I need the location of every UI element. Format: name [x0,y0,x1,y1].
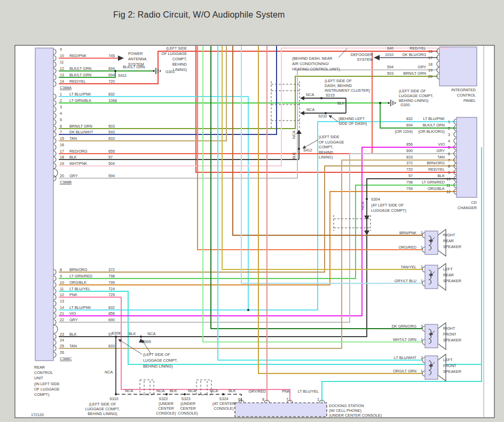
diagram-label: 694 [108,73,115,77]
diagram-label: INTEGRATED [451,87,476,92]
ground-g301-dot [153,70,155,72]
diagram-label: 20 [60,173,64,178]
diagram-label: BLK [337,101,345,106]
diagram-label: ORG/LT GRN [393,369,416,373]
diagram-label: 18 [60,155,64,160]
diagram-label: BEHIND LINING) [88,411,117,416]
diagram-label: 832 [108,305,115,310]
diagram-label: LT GRN/BLK [69,98,91,103]
diagram-label: OF LUGGAGE [161,51,187,56]
integrated-control-panel-box [439,47,477,86]
junction-832 [247,309,249,311]
diagram-label: PANEL [463,98,476,103]
diagram-label: 23 [60,332,64,337]
diagram-label: 8 [60,267,62,272]
diagram-label: BEHIND [319,150,333,155]
diagram-label: (LEFT SIDE OF [89,402,116,407]
diagram-label: 8 [448,164,450,169]
diagram-label: 6 [60,124,62,129]
diagram-label: 11 [60,286,64,291]
diagram-label: BLK/LT GRN [69,66,91,71]
diagram-label: 16 [428,49,432,54]
diagram-label: C388C [60,356,72,361]
diagram-label: 2 [60,98,62,103]
diagram-label: BRN/PNK [399,230,416,235]
diagram-label: GRY [418,65,427,69]
diagram-label: SIDE OF DASH) [338,121,367,126]
diagram-label: 655 [108,149,115,154]
diagram-label: LT BLU/PNK [69,305,91,310]
diagram-label: 856 [108,311,115,316]
diagram-label: LEFT [443,357,453,362]
diagram-label: S324 [219,396,229,401]
diagram-label: LEFT [443,267,453,272]
diagram-label: DOCKING STATION [329,403,364,408]
splice-s215 [320,97,322,99]
diagram-label: AIR CONDITIONING/ [292,61,329,66]
diagram-label: GRY [69,173,78,178]
diagram-label: INSTRUMENT CLUSTER) [325,88,370,93]
diagram-label: FRONT [443,332,456,337]
diagram-label: LT GRN/RED [422,180,445,185]
diagram-label: SYSTEM [357,57,373,62]
splice-s324 [222,393,224,395]
diagram-label: 12 [60,66,64,71]
diagram-label: 22 [60,317,64,322]
diagram-label: LINING) [173,67,187,72]
diagram-label: OF LUGGAGE [319,140,344,145]
junction-g300 [379,102,381,104]
diagram-label: RIGHT [443,233,455,237]
diagram-label: COMPT, [172,57,187,61]
diagram-label: 14 [60,305,64,310]
diagram-label: 832 [406,116,413,121]
diagram-label: 20 [428,74,432,79]
diagram-label: TAN/YEL [401,265,416,269]
diagram-label: BLK/LT GRN [123,65,145,69]
diagram-label: BLK/LT GRN [423,123,445,128]
diagram-label: 503 [387,71,393,76]
diagram-label: 17 [428,55,432,60]
diagram-label: CONTROL [34,370,53,375]
diagram-label: SPEAKER [443,244,461,249]
diagram-label: CONSOLE) [156,411,176,416]
diagram-label: 9 [448,170,450,175]
diagram-label: 16 [60,142,64,147]
diagram-label: (LEFT SIDE [166,46,187,51]
diagram-label: 18 [428,62,432,67]
diagram-label: 1 [448,120,450,124]
diagram-label: DK BLU/WHT [69,130,93,134]
diagram-label: (LEFT SIDE [319,134,340,139]
diagram-label: POWER [128,51,143,56]
diagram-label: RED/YEL [410,46,426,51]
splice-s304 [366,198,368,200]
diagram-label: LUGGAGE COMPT, [399,93,434,98]
diagram-label: 832 [108,92,115,97]
diagram-label: COMPT) [34,392,49,397]
diagram-label: G300 [400,102,410,107]
ground-g300-dot [388,102,390,104]
cd-changer-box [456,117,477,197]
diagram-label: LT GRN/RED [69,274,92,278]
diagram-label: GRY [69,317,78,322]
diagram-label: NCA [125,388,133,393]
diagram-label: 3 [60,105,62,109]
diagram-label: 57 [108,155,113,160]
diagram-label: S412 [303,148,312,153]
diagram-label: REAR [443,273,454,277]
splice-s323 [184,393,186,395]
diagram-label: NCA [105,370,113,375]
diagram-label: BRN/ORG [427,161,445,165]
diagram-label: REAR [34,365,45,370]
diagram-label: 694 [108,66,115,71]
diagram-label: BLK [229,388,236,393]
splice-s310 [115,393,117,395]
diagram-stage: 910RED/PNK7451112BLK/LT GRN69413BLK/LT G… [0,0,504,422]
diagram-label: NCA [360,202,365,210]
diagram-label: BLK [69,155,77,160]
diagram-label: LT BLU/PNK [69,92,91,97]
diagram-label: SPEAKER [443,369,461,374]
diagram-label: 14 [60,79,64,84]
diagram-label: (W/ CELL PHONE) [329,408,361,413]
diagram-label: 640 [387,46,393,51]
diagram-label: 4 [448,139,450,144]
